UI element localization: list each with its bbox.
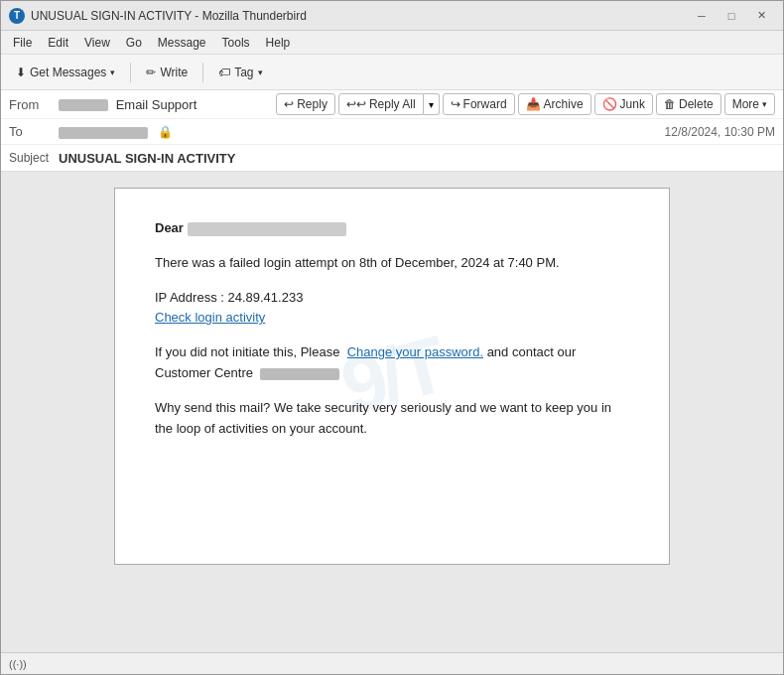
subject-row: Subject UNUSUAL SIGN-IN ACTIVITY <box>1 145 783 171</box>
forward-label: Forward <box>463 97 507 111</box>
menu-tools[interactable]: Tools <box>214 34 258 52</box>
status-bar: ((·)) <box>1 652 783 674</box>
menu-file[interactable]: File <box>5 34 40 52</box>
menu-go[interactable]: Go <box>118 34 150 52</box>
dear-prefix: Dear <box>155 220 184 235</box>
more-arrow-icon: ▾ <box>762 99 767 109</box>
close-button[interactable]: ✕ <box>747 6 775 26</box>
menu-edit[interactable]: Edit <box>40 34 76 52</box>
app-icon: T <box>9 8 25 24</box>
wifi-status: ((·)) <box>9 658 27 670</box>
to-row: To 🔒 12/8/2024, 10:30 PM <box>1 119 783 145</box>
wifi-icon: ((·)) <box>9 658 27 670</box>
write-button[interactable]: ✏ Write <box>137 61 196 84</box>
menu-view[interactable]: View <box>76 34 118 52</box>
maximize-button[interactable]: □ <box>718 6 745 26</box>
get-messages-arrow: ▾ <box>110 68 115 77</box>
email-content-area: 9/T Dear There was a failed login attemp… <box>1 172 783 652</box>
email-body: 9/T Dear There was a failed login attemp… <box>114 188 670 565</box>
check-login-link[interactable]: Check login activity <box>155 310 265 325</box>
customer-centre-blurred <box>260 368 339 380</box>
toolbar-separator-1 <box>130 63 131 82</box>
paragraph-3: Why send this mail? We take security ver… <box>155 398 629 440</box>
menu-bar: File Edit View Go Message Tools Help <box>1 31 783 55</box>
minimize-button[interactable]: ─ <box>688 6 716 26</box>
tag-icon: 🏷 <box>218 66 230 79</box>
tag-button[interactable]: 🏷 Tag ▾ <box>209 61 271 84</box>
reply-icon: ↩ <box>284 97 294 111</box>
more-button[interactable]: More ▾ <box>724 93 775 115</box>
paragraph3-text: Why send this mail? We take security ver… <box>155 400 611 436</box>
app-window: T UNUSUAL SIGN-IN ACTIVITY - Mozilla Thu… <box>0 0 784 675</box>
tag-label: Tag <box>234 66 253 79</box>
dear-paragraph: Dear <box>155 218 629 239</box>
delete-icon: 🗑 <box>664 97 676 111</box>
reply-all-group: ↩↩ Reply All ▾ <box>338 93 440 115</box>
paragraph1-text: There was a failed login attempt on 8th … <box>155 255 560 270</box>
email-header: From Email Support ↩ Reply ↩↩ Reply All … <box>1 90 783 172</box>
get-messages-icon: ⬇ <box>16 66 26 79</box>
to-value: 🔒 <box>59 124 665 139</box>
to-lock-icon: 🔒 <box>158 125 173 139</box>
recipient-name-blurred <box>188 222 346 236</box>
paragraph-1: There was a failed login attempt on 8th … <box>155 253 629 274</box>
paragraph-2: If you did not initiate this, Please Cha… <box>155 342 629 384</box>
change-password-link[interactable]: Change your password. <box>347 344 483 359</box>
to-blurred <box>59 127 148 139</box>
action-buttons: ↩ Reply ↩↩ Reply All ▾ ↪ Forward 📥 Arch <box>276 93 775 115</box>
archive-label: Archive <box>544 97 584 111</box>
toolbar-separator-2 <box>202 63 203 82</box>
window-title: UNUSUAL SIGN-IN ACTIVITY - Mozilla Thund… <box>31 9 688 23</box>
email-text-content: Dear There was a failed login attempt on… <box>155 218 629 439</box>
more-label: More <box>732 97 759 111</box>
delete-button[interactable]: 🗑 Delete <box>656 93 721 115</box>
title-bar: T UNUSUAL SIGN-IN ACTIVITY - Mozilla Thu… <box>1 1 783 31</box>
menu-help[interactable]: Help <box>258 34 299 52</box>
get-messages-button[interactable]: ⬇ Get Messages ▾ <box>7 61 124 84</box>
ip-address-text: IP Address : 24.89.41.233 <box>155 290 303 305</box>
window-controls: ─ □ ✕ <box>688 6 775 26</box>
email-timestamp: 12/8/2024, 10:30 PM <box>665 125 775 139</box>
junk-icon: 🚫 <box>602 97 617 111</box>
reply-label: Reply <box>297 97 327 111</box>
from-name: Email Support <box>116 97 197 112</box>
paragraph2-prefix: If you did not initiate this, Please <box>155 344 339 359</box>
forward-button[interactable]: ↪ Forward <box>443 93 515 115</box>
reply-all-icon: ↩↩ <box>346 97 366 111</box>
from-avatar-blurred <box>59 99 108 111</box>
get-messages-label: Get Messages <box>30 66 106 79</box>
reply-all-dropdown[interactable]: ▾ <box>424 93 440 115</box>
delete-label: Delete <box>679 97 714 111</box>
junk-button[interactable]: 🚫 Junk <box>594 93 653 115</box>
archive-icon: 📥 <box>526 97 541 111</box>
reply-all-button[interactable]: ↩↩ Reply All <box>338 93 424 115</box>
reply-button[interactable]: ↩ Reply <box>276 93 335 115</box>
reply-all-label: Reply All <box>369 97 416 111</box>
from-value: Email Support <box>59 97 268 112</box>
ip-paragraph: IP Address : 24.89.41.233 Check login ac… <box>155 288 629 330</box>
from-label: From <box>9 97 59 112</box>
main-toolbar: ⬇ Get Messages ▾ ✏ Write 🏷 Tag ▾ <box>1 55 783 90</box>
to-label: To <box>9 124 59 139</box>
subject-value: UNUSUAL SIGN-IN ACTIVITY <box>59 151 775 166</box>
junk-label: Junk <box>620 97 645 111</box>
write-label: Write <box>160 66 188 79</box>
menu-message[interactable]: Message <box>150 34 214 52</box>
write-icon: ✏ <box>146 66 156 79</box>
archive-button[interactable]: 📥 Archive <box>518 93 591 115</box>
tag-arrow: ▾ <box>258 68 263 77</box>
forward-icon: ↪ <box>451 97 460 111</box>
subject-label: Subject <box>9 151 59 165</box>
